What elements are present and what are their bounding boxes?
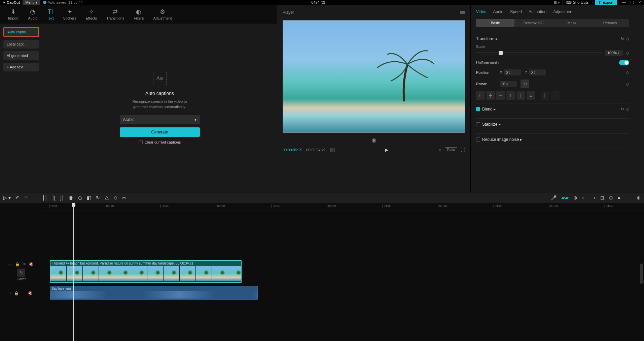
tool-text[interactable]: TIText	[42, 6, 58, 22]
delete-icon[interactable]: 🗑	[69, 195, 73, 200]
audio-toggle-icon[interactable]: ♪	[10, 291, 12, 296]
fullscreen-icon[interactable]: ⛶	[461, 147, 465, 152]
sidebar-item-0[interactable]: Auto captio...	[3, 27, 39, 37]
subtab-remove-bg[interactable]: Remove BG	[514, 19, 553, 27]
split-right-icon[interactable]: ]⎮	[60, 195, 64, 200]
tool-audio[interactable]: ◔Audio	[23, 6, 42, 22]
minimize-button[interactable]: —	[622, 0, 626, 5]
ratio-button[interactable]: Ratio	[445, 147, 457, 152]
stabilize-header[interactable]: Stabilize ▸	[482, 122, 501, 127]
audio-mute-icon[interactable]: 🔇	[28, 291, 33, 296]
undo-icon[interactable]: ↶	[15, 195, 20, 200]
link-icon[interactable]: ⟵⟶	[582, 195, 596, 200]
align-top-button[interactable]: ⊤	[506, 91, 515, 100]
cover-button[interactable]: ✎	[17, 269, 25, 277]
rotate-input[interactable]: 0°▲▼	[500, 81, 517, 87]
rotate-label: Rotate	[476, 82, 496, 86]
tool-filters[interactable]: ◐Filters	[129, 6, 148, 22]
maximize-button[interactable]: ▢	[630, 0, 634, 5]
visibility-icon[interactable]: 👁	[23, 262, 26, 267]
prop-tab-speed[interactable]: Speed	[510, 9, 522, 14]
scale-slider[interactable]	[476, 53, 602, 53]
mirror-icon[interactable]: ◧	[87, 195, 91, 200]
scale-keyframe-icon[interactable]: ◇	[626, 51, 629, 55]
distribute-v-button[interactable]: ═	[551, 91, 560, 100]
blend-reset-icon[interactable]: ↻	[621, 107, 624, 112]
zoom-slider-icon[interactable]: ●	[618, 195, 620, 200]
audio-lock-icon[interactable]: 🔒	[14, 291, 19, 296]
subtab-basic[interactable]: Basic	[476, 19, 514, 27]
align-left-button[interactable]: ⊢	[476, 91, 485, 100]
prop-tab-animation[interactable]: Animation	[529, 9, 546, 14]
track-toggle-icon[interactable]: ▭	[9, 262, 12, 267]
ruler-mark: | 01:10	[438, 204, 447, 208]
timeline-scrollbar[interactable]	[640, 216, 643, 338]
keyframe-icon[interactable]: ◇	[626, 36, 629, 41]
split-icon[interactable]: ⎮⎮	[42, 195, 47, 200]
close-button[interactable]: ✕	[638, 0, 641, 5]
video-preview[interactable]	[283, 20, 465, 133]
playhead[interactable]	[73, 203, 74, 341]
scale-input[interactable]: 100%▲▼	[605, 50, 623, 56]
align-right-button[interactable]: ⊣	[496, 91, 505, 100]
timeline-tracks[interactable]: | 00:00| 00:10| 00:20| 00:30| 00:40| 00:…	[42, 203, 644, 341]
mute-icon[interactable]: 🔇	[29, 262, 34, 267]
tool-transitions[interactable]: ⇄Transitions	[102, 6, 129, 22]
position-x-input[interactable]: 0▲▼	[504, 69, 521, 75]
tool-effects[interactable]: ✧Effects	[81, 6, 102, 22]
split-left-icon[interactable]: ⎮[	[52, 195, 56, 200]
cutout-icon[interactable]: ⬠	[78, 195, 82, 200]
blend-keyframe-icon[interactable]: ◇	[626, 107, 629, 112]
sidebar-item-3[interactable]: Add text	[3, 63, 39, 71]
speed-icon[interactable]: ⚠	[105, 195, 109, 200]
timeline-ruler[interactable]: | 00:00| 00:10| 00:20| 00:30| 00:40| 00:…	[42, 203, 644, 211]
zoom-out-icon[interactable]: ⊖	[609, 195, 613, 200]
generate-button[interactable]: Generate	[120, 127, 200, 137]
tool-import[interactable]: ⬇Import	[3, 6, 23, 22]
scale-icon[interactable]: ⟐	[439, 147, 441, 152]
position-y-input[interactable]: 0▲▼	[529, 69, 546, 75]
rotate-ccw-button[interactable]: ⟲	[521, 80, 529, 88]
stabilize-checkbox[interactable]	[476, 122, 480, 126]
sidebar-item-2[interactable]: AI generated	[3, 51, 39, 60]
layout-icon[interactable]: ⊞ ▾	[554, 0, 560, 5]
video-clip[interactable]: Thailand 4k beach background. Paradise n…	[50, 260, 242, 283]
audio-clip[interactable]: Say love you	[50, 286, 258, 300]
clear-captions-checkbox[interactable]	[139, 140, 143, 144]
prop-tab-adjustment[interactable]: Adjustment	[553, 9, 573, 14]
align-center-v-button[interactable]: ╪	[516, 91, 525, 100]
tool-stickers[interactable]: ✦Stickers	[59, 6, 81, 22]
language-select[interactable]: Arabic▾	[120, 115, 200, 124]
lock-icon[interactable]: 🔒	[15, 262, 20, 267]
rotate-icon[interactable]: ↻	[96, 195, 100, 200]
position-keyframe-icon[interactable]: ◇	[626, 70, 629, 75]
track-mode-icon[interactable]: ▰▰	[561, 195, 569, 200]
magnet-icon[interactable]: ⊕	[573, 195, 577, 200]
transform-header[interactable]: Transform ▸	[476, 36, 498, 41]
rotate-keyframe-icon[interactable]: ◇	[626, 82, 629, 86]
reverse-icon[interactable]: ◇	[114, 195, 117, 200]
uniform-scale-toggle[interactable]	[619, 60, 629, 65]
tool-adjustment[interactable]: ⚙Adjustment	[148, 6, 176, 22]
reset-icon[interactable]: ↻	[621, 36, 624, 41]
prop-tab-video[interactable]: Video	[476, 9, 486, 14]
blend-checkbox[interactable]	[476, 107, 480, 111]
subtab-mask[interactable]: Mask	[553, 19, 591, 27]
preview-icon[interactable]: ⊡	[600, 195, 604, 200]
redo-icon[interactable]: ↷	[24, 195, 28, 200]
align-bottom-button[interactable]: ⊥	[527, 91, 535, 100]
zoom-fit-icon[interactable]: ⊕	[637, 195, 641, 200]
subtab-retouch[interactable]: Retouch	[591, 19, 629, 27]
play-button[interactable]: ▶	[339, 148, 434, 152]
player-menu-icon[interactable]	[460, 11, 465, 14]
distribute-h-button[interactable]: ║	[541, 91, 549, 100]
sidebar-item-1[interactable]: Local capti...	[3, 40, 39, 49]
mic-icon[interactable]: 🎤	[551, 195, 557, 200]
crop-icon[interactable]: ✂	[122, 195, 126, 200]
prop-tab-audio[interactable]: Audio	[493, 9, 503, 14]
reduce-noise-header[interactable]: Reduce image noise ▸	[482, 137, 522, 142]
align-center-h-button[interactable]: ╫	[486, 91, 495, 100]
reduce-noise-checkbox[interactable]	[476, 137, 480, 142]
pointer-tool-icon[interactable]: ▷ ▾	[3, 195, 11, 200]
blend-header[interactable]: Blend ▸	[482, 107, 496, 112]
